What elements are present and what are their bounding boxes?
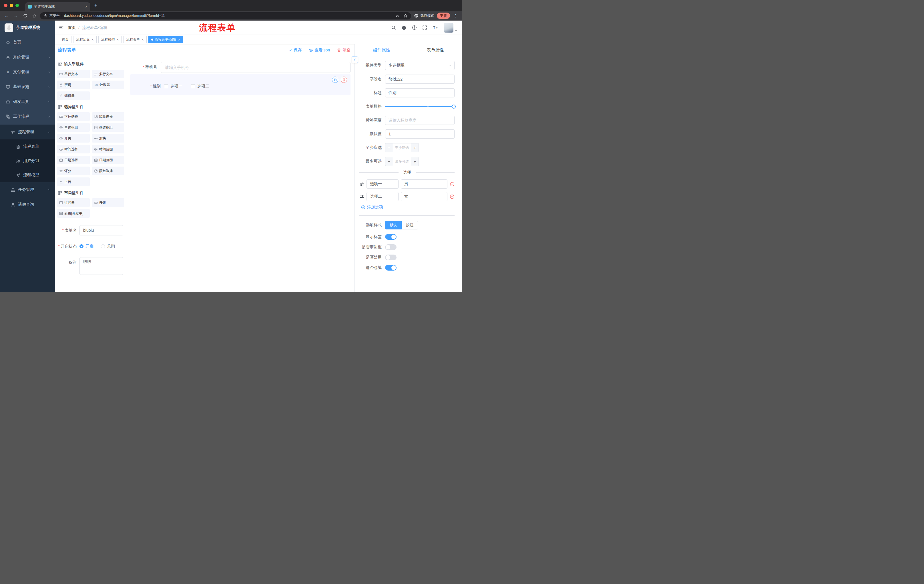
- palette-item-checkbox-group[interactable]: 多选框组: [92, 123, 125, 132]
- border-switch[interactable]: [385, 244, 396, 250]
- sidebar-item-system-management[interactable]: 系统管理: [0, 50, 55, 64]
- sidebar-item-user-group[interactable]: 用户分组: [0, 154, 55, 168]
- view-json-button[interactable]: 查看json: [309, 48, 330, 53]
- palette-item-date-picker[interactable]: 日期选择: [57, 156, 90, 164]
- palette-item-dropdown-select[interactable]: 下拉选择: [57, 112, 90, 121]
- address-bar[interactable]: 不安全 dashboard.yudao.iocoder.cn/bpm/manag…: [40, 12, 411, 20]
- palette-item-slider[interactable]: 滑块: [92, 134, 125, 143]
- sidebar-item-infrastructure[interactable]: 基础设施: [0, 79, 55, 94]
- sidebar-item-payment-management[interactable]: ¥ 支付管理: [0, 64, 55, 79]
- tag-close-icon[interactable]: ×: [178, 38, 180, 41]
- palette-item-counter[interactable]: 123计数器: [92, 81, 125, 89]
- phone-input[interactable]: [161, 62, 350, 73]
- palette-item-time-picker[interactable]: 时间选择: [57, 145, 90, 153]
- window-close-button[interactable]: [4, 4, 7, 7]
- sidebar-item-workflow[interactable]: 工作流程: [0, 109, 55, 124]
- disabled-switch[interactable]: [385, 255, 396, 260]
- tab-component-props[interactable]: 组件属性: [355, 44, 409, 56]
- font-size-icon[interactable]: TT: [432, 25, 438, 30]
- palette-item-color-picker[interactable]: 颜色选择: [92, 166, 125, 175]
- gender-option-1-checkbox[interactable]: 选项一: [164, 84, 182, 89]
- max-select-input[interactable]: [393, 157, 411, 166]
- remove-option-icon[interactable]: [450, 182, 455, 187]
- clear-button[interactable]: 清空: [337, 48, 350, 53]
- drag-handle-icon[interactable]: [360, 182, 364, 187]
- palette-item-table[interactable]: 表格[开发中]: [57, 209, 90, 218]
- copy-field-button[interactable]: [332, 77, 338, 83]
- user-menu[interactable]: [444, 23, 457, 33]
- sidebar-item-leave-query[interactable]: 请假查询: [0, 197, 55, 212]
- sidebar-item-task-management[interactable]: 任务管理: [0, 182, 55, 197]
- window-zoom-button[interactable]: [15, 4, 19, 7]
- fullscreen-icon[interactable]: [422, 25, 427, 30]
- sidebar-item-process-form[interactable]: 流程表单: [0, 140, 55, 154]
- home-button[interactable]: [31, 14, 37, 18]
- add-option-button[interactable]: 添加选项: [361, 204, 455, 210]
- sidebar-item-home[interactable]: 首页: [0, 35, 55, 50]
- palette-item-row-container[interactable]: 行容器: [57, 198, 90, 207]
- tab-form-props[interactable]: 表单属性: [409, 44, 462, 56]
- title-input[interactable]: [385, 88, 455, 97]
- key-icon[interactable]: [395, 14, 400, 18]
- forward-button[interactable]: →: [13, 13, 19, 18]
- tag-close-icon[interactable]: ×: [117, 38, 119, 41]
- reload-button[interactable]: [22, 14, 28, 18]
- canvas-field-phone[interactable]: 手机号: [130, 62, 350, 73]
- option-value-input[interactable]: [401, 192, 447, 201]
- browser-tab[interactable]: 芋道管理系统 ×: [25, 2, 90, 11]
- sidebar-item-process-model[interactable]: 流程模型: [0, 168, 55, 182]
- increase-button[interactable]: +: [411, 143, 419, 152]
- option-label-input[interactable]: [366, 192, 399, 201]
- style-button-button[interactable]: 按钮: [402, 221, 418, 229]
- tag-process-model[interactable]: 流程模型 ×: [98, 36, 122, 43]
- status-off-radio[interactable]: 关闭: [101, 244, 115, 249]
- gender-option-2-checkbox[interactable]: 选项二: [191, 84, 209, 89]
- canvas-field-gender-selected[interactable]: 性别 选项一 选项二: [130, 74, 350, 95]
- form-grid-slider[interactable]: [385, 102, 455, 111]
- github-icon[interactable]: [401, 25, 406, 30]
- decrease-button[interactable]: −: [385, 143, 393, 152]
- remark-textarea[interactable]: 嘿嘿: [79, 257, 123, 275]
- palette-item-editor[interactable]: 编辑器: [57, 91, 90, 100]
- drag-handle-icon[interactable]: [360, 194, 364, 199]
- label-width-input[interactable]: [385, 116, 455, 125]
- tag-home[interactable]: 首页: [59, 36, 71, 43]
- palette-item-multi-line-text[interactable]: 多行文本: [92, 70, 125, 78]
- remove-option-icon[interactable]: [450, 194, 455, 199]
- tab-close-icon[interactable]: ×: [85, 4, 87, 9]
- panel-collapse-button[interactable]: [351, 56, 358, 63]
- palette-item-rate[interactable]: 评分: [57, 166, 90, 175]
- help-icon[interactable]: [412, 25, 417, 30]
- new-tab-button[interactable]: +: [94, 3, 97, 8]
- required-switch[interactable]: [385, 265, 396, 271]
- palette-item-time-range[interactable]: 时间范围: [92, 145, 125, 153]
- tag-close-icon[interactable]: ×: [91, 38, 94, 41]
- tag-close-icon[interactable]: ×: [142, 38, 144, 41]
- sidebar-item-dev-tools[interactable]: 研发工具: [0, 94, 55, 109]
- status-on-radio[interactable]: 开启: [79, 244, 94, 249]
- save-button[interactable]: ✓ 保存: [289, 48, 302, 53]
- back-button[interactable]: ←: [3, 13, 10, 18]
- app-logo[interactable]: 芋道管理系统: [0, 21, 55, 35]
- increase-button[interactable]: +: [411, 157, 419, 166]
- tag-process-form-edit[interactable]: 流程表单-编辑 ×: [148, 36, 183, 43]
- sidebar-toggle-icon[interactable]: [59, 25, 64, 30]
- slider-handle[interactable]: [452, 105, 456, 109]
- palette-item-upload[interactable]: 上传: [57, 178, 90, 186]
- search-icon[interactable]: [391, 25, 396, 30]
- option-value-input[interactable]: [401, 179, 447, 189]
- style-default-button[interactable]: 默认: [385, 221, 402, 229]
- sidebar-item-process-management[interactable]: 流程管理: [0, 125, 55, 140]
- min-select-input[interactable]: [393, 143, 411, 152]
- decrease-button[interactable]: −: [385, 157, 393, 166]
- form-canvas[interactable]: 手机号: [127, 56, 355, 292]
- palette-item-single-line-text[interactable]: 单行文本: [57, 70, 90, 78]
- palette-item-button[interactable]: 按钮: [92, 198, 125, 207]
- default-value-input[interactable]: [385, 130, 455, 138]
- browser-menu-icon[interactable]: ⋮: [453, 13, 459, 18]
- palette-item-cascade-select[interactable]: 级联选择: [92, 112, 125, 121]
- palette-item-date-range[interactable]: 日期范围: [92, 156, 125, 164]
- update-button[interactable]: 更新: [437, 13, 450, 19]
- form-name-input[interactable]: [79, 225, 123, 235]
- tag-process-form[interactable]: 流程表单 ×: [123, 36, 147, 43]
